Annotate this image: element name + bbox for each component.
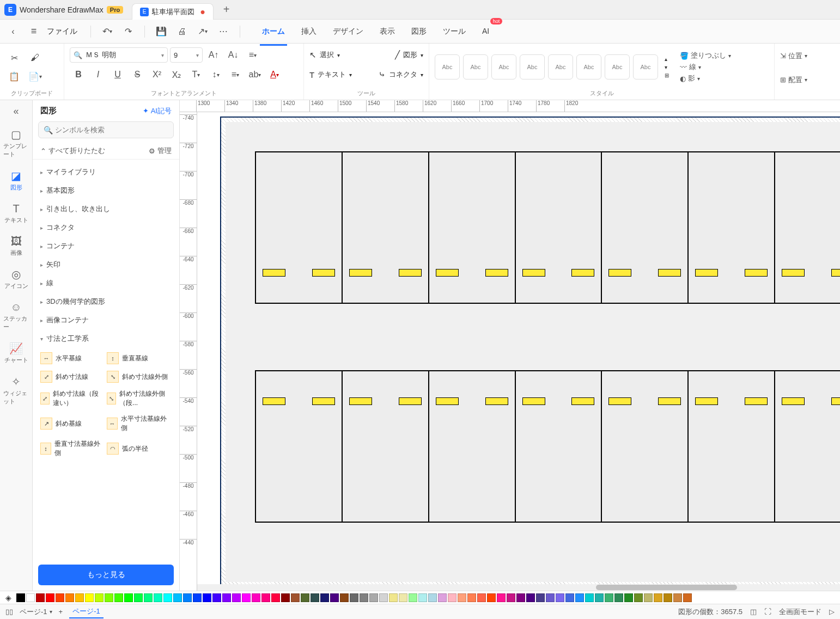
car-shape[interactable] [745,397,768,405]
bullet-list-button[interactable]: ≡▾ [227,66,244,83]
color-swatch[interactable] [360,593,368,602]
color-swatch[interactable] [330,593,339,602]
color-swatch[interactable] [350,593,358,602]
color-swatch[interactable] [320,593,329,602]
car-shape[interactable] [522,269,545,277]
color-swatch[interactable] [281,593,290,602]
rail-collapse-icon[interactable]: « [13,106,19,117]
ribbon-tab-view[interactable]: 表示 [378,22,397,41]
style-swatch[interactable]: Abc [520,54,545,79]
color-swatch[interactable] [271,593,280,602]
rail-widget[interactable]: ✧ウィジェット [2,371,31,410]
car-shape[interactable] [658,397,681,405]
car-shape[interactable] [782,269,805,277]
symbol-search-input[interactable] [38,121,174,138]
car-shape[interactable] [782,397,805,405]
add-tab-button[interactable]: + [219,3,234,16]
car-shape[interactable] [485,269,508,277]
symbol-item[interactable]: ⤡斜め寸法線外側 [105,369,170,385]
parking-slot[interactable] [775,371,840,522]
file-menu[interactable]: ファイル [47,27,77,36]
category-item[interactable]: ▸コネクタ [33,218,179,237]
color-swatch[interactable] [497,593,506,602]
ribbon-tab-home[interactable]: ホーム [260,22,287,41]
car-shape[interactable] [831,269,840,277]
car-shape[interactable] [399,397,422,405]
parking-slot[interactable] [775,152,840,303]
parking-slot[interactable] [602,371,689,522]
car-shape[interactable] [695,269,718,277]
scrollbar-thumb[interactable] [596,585,738,590]
color-swatch[interactable] [673,593,682,602]
parking-slot[interactable] [256,152,343,303]
color-swatch[interactable] [467,593,476,602]
rail-shapes[interactable]: ◪図形 [2,165,31,196]
car-shape[interactable] [436,269,459,277]
car-shape[interactable] [522,397,545,405]
style-up-button[interactable]: ▴ [665,56,669,62]
color-swatch[interactable] [203,593,211,602]
color-swatch[interactable] [85,593,94,602]
category-item[interactable]: ▾寸法と工学系 [33,329,179,348]
color-swatch[interactable] [16,593,25,602]
color-swatch[interactable] [173,593,182,602]
style-down-button[interactable]: ▾ [665,64,669,70]
ribbon-tab-design[interactable]: デザイン [331,22,366,41]
style-swatch[interactable]: Abc [548,54,573,79]
parking-slot[interactable] [689,152,775,303]
color-swatch[interactable] [516,593,525,602]
color-swatch[interactable] [301,593,309,602]
symbol-item[interactable]: ↔水平基線 [38,350,104,366]
parking-slot[interactable] [429,152,516,303]
category-item[interactable]: ▸画像コンテナ [33,311,179,329]
car-shape[interactable] [436,397,459,405]
undo-button[interactable]: ↶▾ [100,24,115,39]
color-swatch[interactable] [340,593,349,602]
ribbon-tab-ai[interactable]: AI hot [480,22,491,41]
car-shape[interactable] [608,269,631,277]
color-swatch[interactable] [183,593,192,602]
color-swatch[interactable] [644,593,653,602]
color-swatch[interactable] [605,593,613,602]
symbol-item[interactable]: ⤢斜め寸法線（段違い） [38,387,104,410]
color-swatch[interactable] [379,593,388,602]
color-swatch[interactable] [477,593,486,602]
hamburger-icon[interactable]: ≡ [26,24,41,39]
symbol-item[interactable]: ↗斜め基線 [38,412,104,435]
parking-slot[interactable] [429,371,516,522]
symbol-item[interactable]: ↔水平寸法基線外側 [105,412,170,435]
color-swatch[interactable] [36,593,45,602]
color-swatch[interactable] [683,593,692,602]
collapse-all-button[interactable]: ⌃ すべて折りたたむ [40,146,105,156]
car-shape[interactable] [399,269,422,277]
color-swatch[interactable] [261,593,270,602]
category-item[interactable]: ▸引き出し、吹き出し [33,200,179,218]
font-name-dropdown[interactable]: 🔍 ＭＳ 明朝 ▾ [70,47,168,63]
car-shape[interactable] [263,269,285,277]
format-painter-button[interactable]: 🖌 [26,50,44,66]
document-tab[interactable]: E 駐車場平面図 ● [132,3,214,20]
color-swatch[interactable] [546,593,555,602]
color-swatch[interactable] [291,593,300,602]
style-swatch[interactable]: Abc [435,54,460,79]
auto-color-button[interactable]: ◈ [3,593,13,603]
color-swatch[interactable] [389,593,398,602]
style-swatch[interactable]: Abc [633,54,658,79]
color-swatch[interactable] [75,593,84,602]
color-swatch[interactable] [556,593,564,602]
color-swatch[interactable] [311,593,319,602]
color-swatch[interactable] [56,593,64,602]
italic-button[interactable]: I [89,66,107,83]
style-more-button[interactable]: ⊞ [665,72,669,78]
superscript-button[interactable]: X² [148,66,166,83]
color-swatch[interactable] [526,593,535,602]
bold-button[interactable]: B [70,66,87,83]
redo-button[interactable]: ↷ [120,24,136,39]
color-swatch[interactable] [536,593,545,602]
parking-slot[interactable] [602,152,689,303]
share-button[interactable]: ⋯ [216,24,231,39]
present-button[interactable]: ▷ [829,608,835,616]
subscript-button[interactable]: X₂ [168,66,185,83]
line-spacing-button[interactable]: ↕▾ [207,66,224,83]
color-swatch[interactable] [634,593,643,602]
